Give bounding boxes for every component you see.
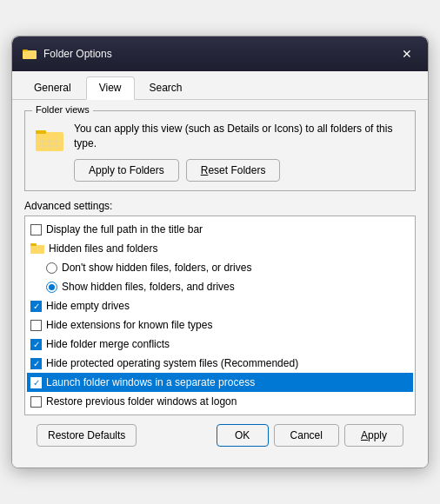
svg-rect-5 [36,130,46,134]
folder-views-content: You can apply this view (such as Details… [74,122,406,182]
checkbox-hide-empty[interactable]: ✓ [30,301,42,312]
item-label-show-drive-letters: Show drive letters [46,413,129,415]
checkbox-restore-folder[interactable] [30,396,42,408]
item-label-show-hidden: Show hidden files, folders, and drives [62,279,235,295]
dialog-action-buttons: OK Cancel Apply [217,424,403,447]
list-item[interactable]: Restore previous folder windows at logon [27,392,413,411]
item-label-restore-folder: Restore previous folder windows at logon [46,394,237,409]
cancel-button[interactable]: Cancel [274,424,339,447]
list-item[interactable]: ✓ Hide folder merge conflicts [27,335,413,354]
radio-dont-show[interactable] [46,262,57,274]
tab-content: Folder views You can apply this view [12,100,428,468]
advanced-settings-label: Advanced settings: [24,200,416,212]
folder-views-group: Folder views You can apply this view [24,110,416,192]
ok-button[interactable]: OK [217,424,269,447]
checkbox-launch-separate[interactable]: ✓ [30,377,42,388]
reset-folders-button[interactable]: Reset Folders [186,159,281,182]
folder-options-dialog: Folder Options ✕ General View Search Fol… [11,36,429,469]
item-label-hide-protected: Hide protected operating system files (R… [46,355,298,371]
restore-defaults-button[interactable]: Restore Defaults [37,424,137,447]
list-item[interactable]: Display the full path in the title bar [27,220,413,239]
title-bar: Folder Options ✕ [12,36,428,71]
tab-general[interactable]: General [21,76,84,99]
title-folder-icon [23,47,37,61]
list-item[interactable]: Hide extensions for known file types [27,315,413,335]
checkbox-fullpath[interactable] [30,224,42,235]
settings-list-container[interactable]: Display the full path in the title bar H… [24,216,416,415]
list-item[interactable]: ✓ Hide empty drives [27,296,413,315]
folder-category-icon [30,242,44,255]
item-label-launch-separate: Launch folder windows in a separate proc… [46,375,255,390]
list-item[interactable]: ✓ Launch folder windows in a separate pr… [27,373,413,392]
svg-rect-12 [30,243,37,246]
bottom-bar: Restore Defaults OK Cancel Apply [24,415,416,457]
radio-show-hidden[interactable] [46,282,57,293]
settings-list: Display the full path in the title bar H… [27,220,413,415]
checkbox-hide-protected[interactable]: ✓ [30,358,42,369]
list-item[interactable]: Don't show hidden files, folders, or dri… [27,258,413,277]
item-label-dont-show: Don't show hidden files, folders, or dri… [62,260,251,275]
apply-to-folders-button[interactable]: Apply to Folders [74,159,179,182]
svg-rect-11 [30,245,44,254]
checkbox-hide-ext[interactable] [30,320,42,331]
folder-views-description: You can apply this view (such as Details… [74,122,406,151]
item-label-fullpath: Display the full path in the title bar [46,222,203,237]
close-button[interactable]: ✕ [397,43,417,64]
item-label-hide-empty: Hide empty drives [46,298,130,314]
folder-views-inner: You can apply this view (such as Details… [34,122,406,182]
list-item[interactable]: ✓ Show drive letters [27,411,413,415]
title-bar-left: Folder Options [23,47,112,61]
tab-view[interactable]: View [86,76,135,100]
folder-view-icon [34,125,65,153]
list-item[interactable]: ✓ Hide protected operating system files … [27,354,413,373]
item-label-hidden-cat: Hidden files and folders [49,241,157,256]
svg-rect-2 [23,50,28,51]
folder-views-legend: Folder views [32,104,93,115]
folder-views-buttons: Apply to Folders Reset Folders [74,159,406,182]
checkbox-hide-merge[interactable]: ✓ [30,339,42,350]
dialog-title: Folder Options [43,48,112,60]
list-item: Hidden files and folders [27,239,413,258]
apply-button[interactable]: Apply [344,424,403,447]
list-item[interactable]: Show hidden files, folders, and drives [27,277,413,296]
item-label-hide-merge: Hide folder merge conflicts [46,336,170,352]
tabs-container: General View Search [12,71,428,100]
checkbox-show-drive-letters[interactable]: ✓ [30,415,42,416]
item-label-hide-ext: Hide extensions for known file types [46,317,212,333]
tab-search[interactable]: Search [137,76,196,99]
